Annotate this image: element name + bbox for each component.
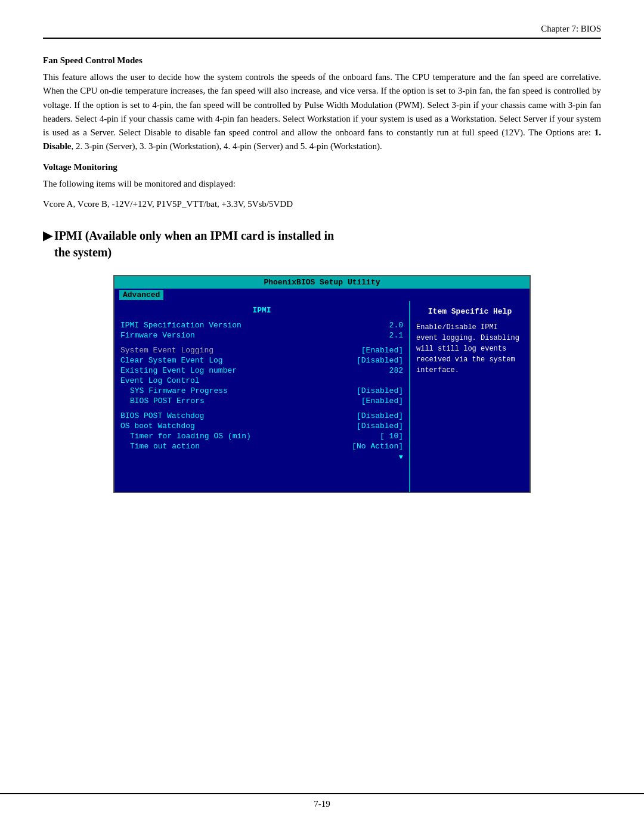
- bios-value-bios-post-err: [Enabled]: [361, 397, 403, 405]
- fan-speed-heading: Fan Speed Control Modes: [43, 55, 601, 66]
- bios-value-clear-event: [Disabled]: [357, 356, 403, 365]
- ipmi-arrow: ▶: [43, 227, 52, 244]
- bios-row-timer-os: Timer for loading OS (min) [ 10]: [120, 432, 403, 441]
- bios-label-timeout-action: Time out action: [120, 442, 200, 451]
- bios-row-timeout-action: Time out action [No Action]: [120, 442, 403, 451]
- page-footer: 7-19: [0, 793, 644, 809]
- bios-screen: PhoenixBIOS Setup Utility Advanced IPMI …: [113, 275, 531, 493]
- ipmi-heading: ▶ IPMI (Available only when an IPMI card…: [43, 227, 601, 261]
- bios-row-existing-log: Existing Event Log number 282: [120, 366, 403, 375]
- page-container: Chapter 7: BIOS Fan Speed Control Modes …: [0, 0, 644, 833]
- bios-value-timeout-action: [No Action]: [352, 442, 403, 451]
- bios-label-os-boot-wd: OS boot Watchdog: [120, 422, 195, 431]
- voltage-items: Vcore A, Vcore B, -12V/+12V, P1V5P_VTT/b…: [43, 199, 601, 209]
- bios-menu-advanced[interactable]: Advanced: [119, 290, 163, 300]
- bios-row-ipmi-spec: IPMI Specification Version 2.0: [120, 321, 403, 330]
- voltage-section: Voltage Monitoring The following items w…: [43, 162, 601, 209]
- bios-row-sys-event-log: System Event Logging [Enabled]: [120, 346, 403, 355]
- bios-row-firmware: Firmware Version 2.1: [120, 331, 403, 340]
- bios-label-sys-event-log: System Event Logging: [120, 346, 213, 355]
- bios-label-ipmi-spec: IPMI Specification Version: [120, 321, 242, 330]
- bios-label-timer-os: Timer for loading OS (min): [120, 432, 251, 441]
- bios-help-text: Enable/Disable IPMI event logging. Disab…: [416, 322, 524, 376]
- bios-row-event-log-ctrl: Event Log Control: [120, 376, 403, 385]
- bios-value-sys-fw-progress: [Disabled]: [357, 386, 403, 395]
- bios-value-os-boot-wd: [Disabled]: [357, 422, 403, 431]
- bios-help-title: Item Specific Help: [416, 306, 524, 318]
- bios-row-sys-fw-progress: SYS Firmware Progress [Disabled]: [120, 386, 403, 395]
- bios-spacer-1: [120, 341, 403, 346]
- bios-value-sys-event-log: [Enabled]: [361, 346, 403, 355]
- bios-menu-bar: Advanced: [114, 289, 530, 301]
- bios-value-existing-log: 282: [389, 366, 403, 375]
- fan-speed-body: This feature allows the user to decide h…: [43, 70, 601, 154]
- bios-label-bios-post-wd: BIOS POST Watchdog: [120, 411, 204, 420]
- bios-value-bios-post-wd: [Disabled]: [357, 411, 403, 420]
- ipmi-heading-block: ▶ IPMI (Available only when an IPMI card…: [43, 227, 601, 261]
- bios-content-area: IPMI IPMI Specification Version 2.0 Firm…: [114, 301, 530, 492]
- bios-row-os-boot-wd: OS boot Watchdog [Disabled]: [120, 422, 403, 431]
- bios-label-existing-log: Existing Event Log number: [120, 366, 237, 375]
- voltage-heading: Voltage Monitoring: [43, 162, 601, 172]
- bios-label-clear-event: Clear System Event Log: [120, 356, 223, 365]
- bios-label-firmware: Firmware Version: [120, 331, 195, 340]
- bios-spacer-2: [120, 407, 403, 411]
- bios-main-title: IPMI: [120, 306, 403, 315]
- bios-row-bios-post-err: BIOS POST Errors [Enabled]: [120, 397, 403, 405]
- bios-help-panel: Item Specific Help Enable/Disable IPMI e…: [410, 301, 530, 492]
- bios-title-bar: PhoenixBIOS Setup Utility: [114, 276, 530, 289]
- bios-label-sys-fw-progress: SYS Firmware Progress: [120, 386, 228, 395]
- ipmi-heading-text: IPMI (Available only when an IPMI card i…: [54, 227, 334, 261]
- bios-label-event-log-ctrl: Event Log Control: [120, 376, 200, 385]
- bios-label-bios-post-err: BIOS POST Errors: [120, 397, 205, 405]
- bios-scroll-down: ▼: [120, 453, 403, 462]
- voltage-intro: The following items will be monitored an…: [43, 177, 601, 191]
- bios-value-timer-os: [ 10]: [380, 432, 403, 441]
- fan-speed-section: Fan Speed Control Modes This feature all…: [43, 55, 601, 154]
- bios-value-ipmi-spec: 2.0: [389, 321, 403, 330]
- bios-value-firmware: 2.1: [389, 331, 403, 340]
- chapter-title: Chapter 7: BIOS: [541, 24, 601, 34]
- bios-row-bios-post-wd: BIOS POST Watchdog [Disabled]: [120, 411, 403, 420]
- bios-main: IPMI IPMI Specification Version 2.0 Firm…: [114, 301, 410, 492]
- bios-row-clear-event: Clear System Event Log [Disabled]: [120, 356, 403, 365]
- page-number: 7-19: [314, 799, 330, 809]
- page-header: Chapter 7: BIOS: [43, 24, 601, 39]
